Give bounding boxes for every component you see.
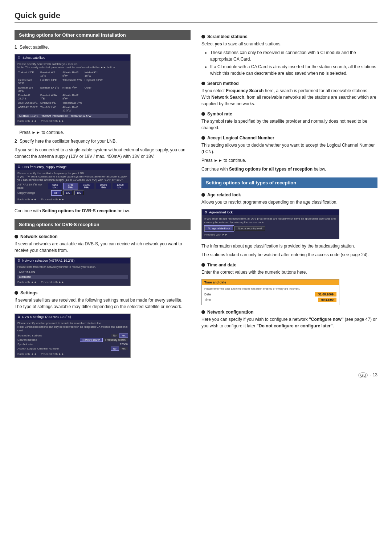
screen-lnb-note: Please specify the oscillator frequency … — [17, 172, 128, 181]
screen-network: ⚙ Network selection (ASTRA1 19.2°E) Plea… — [15, 257, 131, 286]
dvbs-lcn-no[interactable]: No — [111, 347, 119, 350]
time-time-row: Time 09:13:00 — [204, 298, 336, 302]
sat-proceed-btn[interactable]: Proceed with ►► — [41, 119, 64, 123]
sat-cell — [106, 105, 128, 113]
sat-cell: Thor2/3 1°W — [40, 105, 61, 113]
network-selection-text: If several networks are available via DV… — [15, 241, 191, 254]
gear-icon: ⚙ — [17, 315, 20, 319]
sat-cell: Eutelsat W2 16°E — [40, 70, 61, 78]
dvbs-freq-search[interactable]: Frequency search — [103, 338, 128, 342]
lnb-back-btn[interactable]: Back with ◄◄ — [17, 198, 36, 201]
settings-title: Settings — [15, 290, 191, 295]
dvbs-symbol-label: Symbol rate — [17, 343, 33, 346]
sat-cell: Hellas Sat2 39°E — [17, 78, 39, 85]
accept-lcn-title: Accept Logical Channel Number — [201, 135, 377, 140]
screen-network-body: Please state from which network you wish… — [15, 263, 130, 286]
time-date-text: Enter the correct values with the numeri… — [201, 269, 377, 275]
sat-cell — [84, 93, 106, 101]
age-no-restriction[interactable]: No age-related lock — [204, 226, 234, 231]
bullet-icon — [201, 35, 205, 38]
supply-label: Supply voltage — [17, 191, 50, 195]
screen-time-note: Please enter the date and time if none h… — [204, 287, 336, 291]
screen-network-note: Please state from which network you wish… — [17, 265, 128, 269]
accept-lcn-press: Press ►► to continue. — [201, 157, 377, 164]
dvbs-lcn-yes[interactable]: Yes — [119, 347, 128, 350]
sat-cell: Hot Bird 13°E — [40, 78, 61, 85]
sat-cell: Eutelbird2 28.5°E — [17, 93, 39, 101]
dvbs-lcn-label: Accept Logical Channel Number — [17, 347, 59, 350]
sat-cell: Other — [84, 86, 106, 93]
sat-highlight: ASTRA1 19.2°E ThorSM Intelsat10-30 Telst… — [17, 114, 128, 118]
screen-age: ⚙ Age-related lock If you enter an age r… — [201, 209, 339, 239]
age-lock-text: Allows you to restrict programmes depend… — [201, 199, 377, 205]
search-method-text: If you select Frequency Search here, a s… — [201, 87, 377, 107]
dvbs-lcn-btns: No Yes — [111, 347, 128, 350]
screen-satellites-body: Please specify here which satellite you … — [15, 61, 130, 125]
step1: 1 Select satellite. — [15, 44, 191, 50]
page-number: - 13 — [370, 372, 377, 378]
dvbs-proceed-btn[interactable]: Proceed with ►► — [41, 352, 64, 356]
supply-row: Supply voltage OFF 13V 18V — [17, 191, 128, 195]
symbol-rate-text: The symbol rate is specified by the sate… — [201, 118, 377, 131]
press-continue: Press ►► to continue. — [15, 129, 191, 136]
age-btn-group: No age-related lock Special security lev… — [204, 226, 336, 231]
sat-btn-row: Back with ◄◄ Proceed with ►► — [17, 118, 128, 123]
lnb-freq-row: ASTRA1 19.2°E low band 5150 MHz 9750 MHz… — [17, 183, 128, 189]
lnb-btn-9750[interactable]: 9750 MHz — [64, 183, 78, 189]
dvbs-scrambled-yes[interactable]: Yes — [119, 334, 128, 337]
dvbs-back-btn[interactable]: Back with ◄◄ — [17, 352, 36, 356]
supply-btn-13v[interactable]: 13V — [63, 191, 73, 195]
network-back-btn[interactable]: Back with ◄◄ — [17, 281, 36, 284]
lnb-btn-10600[interactable]: 10600 MHz — [113, 183, 128, 189]
dvbs-scrambled-row: Scrambled stations No Yes — [17, 334, 128, 337]
dvbs-search-label: Search method — [17, 338, 37, 342]
screen-age-body: If you enter an age restriction here, al… — [202, 215, 339, 239]
page-footer: GB - 13 — [15, 372, 377, 378]
net-item-astra[interactable]: ASTRA LCN — [17, 270, 128, 274]
search-method-title: Search method — [201, 81, 377, 86]
dvbs-scrambled-label: Scrambled stations — [17, 334, 42, 337]
scrambled-bullet1: These stations can only be received in c… — [210, 49, 377, 62]
page-title: Quick guide — [15, 11, 377, 23]
bullet-icon — [201, 310, 205, 314]
lnb-btn-10000[interactable]: 10000 MHz — [79, 183, 94, 189]
scrambled-list: These stations can only be received in c… — [210, 49, 377, 77]
age-proceed-btn[interactable]: Proceed with ►► — [204, 233, 228, 236]
gear-icon: ⚙ — [17, 165, 21, 169]
screen-dvbs-body: Please specify whether you want to searc… — [15, 320, 130, 357]
left-column: Setting options for Other communal insta… — [15, 30, 191, 361]
network-proceed-btn[interactable]: Proceed with ►► — [41, 281, 64, 284]
section3-header: Setting options for all types of recepti… — [201, 177, 377, 188]
screen-time-body: Please enter the date and time if none h… — [202, 285, 339, 305]
time-label: Time — [204, 298, 211, 302]
continue-dvbs: Continue with Setting options for DVB-S … — [15, 208, 191, 214]
screen-satellites-titlebar: ⚙ Select satellites — [15, 54, 130, 61]
date-value: 31.08.2009 — [315, 292, 336, 297]
screen-dvbs: ⚙ DVB-S settings (ASTRA1 19.2°E) Please … — [15, 314, 131, 358]
age-lock-title: Age related lock — [201, 192, 377, 197]
symbol-rate-title: Symbol rate — [201, 111, 377, 116]
scrambled-intro: Select yes to save all scrambled station… — [201, 41, 377, 47]
step3: 2 Specify here the oscillator frequency … — [15, 138, 191, 144]
age-special-security[interactable]: Special security level — [234, 226, 265, 231]
section1-header: Setting options for Other communal insta… — [15, 30, 191, 40]
supply-btn-18v[interactable]: 18V — [74, 191, 83, 195]
supply-btn-off[interactable]: OFF — [52, 191, 62, 195]
age-info2: The stations locked can only be watched … — [201, 252, 377, 258]
dvbs-scrambled-no[interactable]: No — [111, 334, 119, 337]
gear-icon: ⚙ — [17, 56, 21, 60]
sat-cell: Atlantic Bird2 8°W — [62, 93, 83, 101]
sat-cell: Atlantic Bird3 5°W — [62, 70, 83, 78]
sat-back-btn[interactable]: Back with ◄◄ — [17, 119, 36, 123]
lnb-btn-10200[interactable]: 10200 MHz — [96, 183, 111, 189]
age-info1: The information about age classification… — [201, 243, 377, 249]
dvbs-search-row: Search method Network search Frequency s… — [17, 338, 128, 342]
sat-cell — [84, 105, 106, 113]
single-cable-text: If your set is connected to a single-cab… — [15, 147, 191, 160]
sat-cell — [84, 101, 106, 105]
bullet-icon — [201, 263, 205, 267]
lnb-btn-5150[interactable]: 5150 MHz — [48, 183, 62, 189]
lnb-proceed-btn[interactable]: Proceed with ►► — [41, 198, 64, 201]
net-item-standard[interactable]: Standard — [17, 275, 128, 279]
dvbs-network-search[interactable]: Network search — [80, 338, 102, 342]
